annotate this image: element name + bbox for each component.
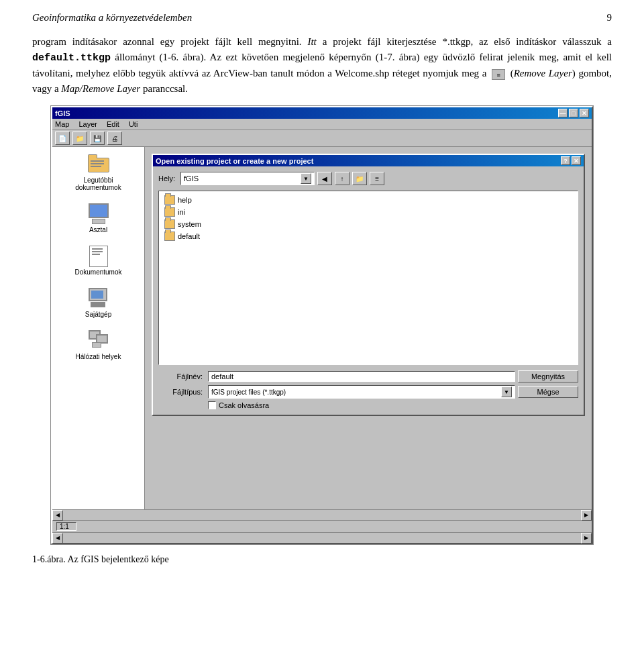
location-label: Hely: (158, 174, 175, 183)
scroll-left-btn[interactable]: ◀ (52, 510, 63, 521)
location-value: fGIS (184, 174, 199, 183)
scroll-bottom-left[interactable]: ◀ (52, 533, 63, 544)
fgis-minimize-btn[interactable]: — (558, 109, 568, 117)
documents-icon (87, 244, 111, 268)
readonly-label: Csak olvasásra (219, 401, 269, 409)
dialog-body: Hely: fGIS ▼ ◀ ↑ 📁 ≡ (153, 166, 584, 415)
desktop-icon (87, 202, 111, 226)
scroll-right-btn[interactable]: ▶ (581, 510, 592, 521)
folder-icon-system (164, 219, 175, 229)
dialog-toolbar: Hely: fGIS ▼ ◀ ↑ 📁 ≡ (158, 172, 578, 185)
body-paragraph: program indításakor azonnal egy projekt … (32, 34, 612, 96)
dialog-title: Open existing project or create a new pr… (156, 157, 313, 165)
file-item-help[interactable]: help (162, 194, 575, 206)
fgis-menubar: Map Layer Edit Uti (52, 119, 592, 130)
itt-text: Itt (307, 36, 316, 47)
file-name-ini: ini (178, 208, 185, 216)
remove-layer-icon: ≡ (492, 69, 505, 80)
dialog-titlebar: Open existing project or create a new pr… (153, 155, 584, 166)
fgis-title-buttons: — □ ✕ (558, 109, 589, 117)
cancel-button[interactable]: Mégse (518, 386, 578, 398)
folder-icon-ini (164, 207, 175, 217)
file-item-default[interactable]: default (162, 230, 575, 242)
header-title: Geoinformatika a környezetvédelemben (32, 12, 192, 23)
fgis-titlebar: fGIS — □ ✕ (52, 107, 592, 119)
file-item-system[interactable]: system (162, 218, 575, 230)
file-name-system: system (178, 220, 201, 228)
file-name-help: help (178, 196, 192, 204)
folder-icon-default (164, 232, 175, 241)
filename-input-wrapper: default (208, 371, 515, 382)
dialog-view-toggle[interactable]: ≡ (370, 172, 384, 185)
location-combo-btn[interactable]: ▼ (301, 173, 311, 184)
left-panel-documents[interactable]: Dokumentumok (52, 239, 144, 281)
dialog-file-area: help ini system (158, 191, 578, 365)
left-panel-documents-label: Dokumentumok (74, 268, 121, 276)
left-panel-desktop-label: Asztal (89, 226, 107, 234)
file-name-default: default (178, 232, 200, 240)
bottom-scrollbar[interactable]: ◀ ▶ (52, 532, 592, 543)
filename-label: Fájlnév: (158, 372, 205, 380)
dialog-nav-back[interactable]: ◀ (317, 172, 332, 185)
dialog-nav-up[interactable]: ↑ (335, 172, 350, 185)
fgis-toolbar: 📄 📁 💾 🖨 (52, 130, 592, 147)
toolbar-btn-4[interactable]: 🖨 (107, 132, 122, 145)
open-button[interactable]: Megnyitás (518, 370, 578, 382)
dialog-close-btn[interactable]: ✕ (572, 156, 581, 165)
horizontal-scrollbar[interactable]: ◀ ▶ (52, 509, 592, 520)
filename-value: default (211, 372, 233, 380)
fgis-window: fGIS — □ ✕ Map Layer Edit Uti 📄 📁 💾 🖨 (51, 106, 593, 544)
filetype-row: Fájltípus: fGIS project files (*.ttkgp) … (158, 385, 578, 399)
filetype-combo[interactable]: fGIS project files (*.ttkgp) ▼ (208, 385, 515, 399)
network-icon (87, 329, 111, 353)
filetype-combo-btn[interactable]: ▼ (501, 387, 512, 397)
screenshot-area: fGIS — □ ✕ Map Layer Edit Uti 📄 📁 💾 🖨 (50, 105, 594, 545)
fgis-main-area: Open existing project or create a new pr… (145, 147, 592, 509)
mono-default: default.ttkgp (32, 52, 111, 64)
menu-map[interactable]: Map (55, 120, 69, 128)
menu-uti[interactable]: Uti (129, 120, 138, 128)
page-header: Geoinformatika a környezetvédelemben 9 (32, 12, 612, 23)
left-panel-network-label: Hálózati helyek (76, 353, 121, 360)
left-panel-computer[interactable]: Sajátgép (52, 281, 144, 323)
file-item-ini[interactable]: ini (162, 206, 575, 218)
fgis-title: fGIS (55, 109, 70, 117)
para-text-1: program indításakor azonnal egy projekt … (32, 36, 612, 94)
left-panel-recent[interactable]: Legutóbbidokumentumok (52, 147, 144, 197)
filetype-value: fGIS project files (*.ttkgp) (211, 389, 286, 396)
dialog-help-btn[interactable]: ? (561, 156, 570, 165)
dialog-title-buttons: ? ✕ (561, 156, 581, 165)
computer-icon (87, 287, 111, 311)
filename-row: Fájlnév: default Megnyitás (158, 370, 578, 382)
status-scale: 1:1 (56, 522, 76, 531)
fgis-maximize-btn[interactable]: □ (569, 109, 578, 117)
filetype-label: Fájltípus: (158, 388, 205, 396)
left-panel-recent-label: Legutóbbidokumentumok (75, 176, 121, 191)
menu-edit[interactable]: Edit (107, 120, 119, 128)
toolbar-btn-1[interactable]: 📄 (55, 132, 70, 145)
header-page-number: 9 (607, 12, 612, 23)
readonly-wrapper: Csak olvasásra (208, 401, 269, 409)
fgis-statusbar: 1:1 (52, 520, 592, 532)
left-panel-desktop[interactable]: Asztal (52, 197, 144, 239)
left-panel-network[interactable]: Hálózati helyek (52, 323, 144, 366)
dialog-new-folder[interactable]: 📁 (352, 172, 367, 185)
caption-text: 1-6.ábra. Az fGIS bejelentkező képe (32, 554, 169, 564)
menu-layer[interactable]: Layer (78, 120, 97, 128)
fgis-left-panel: Legutóbbidokumentumok Asztal (52, 147, 145, 509)
filename-input[interactable]: default (208, 371, 515, 382)
left-panel-computer-label: Sajátgép (85, 311, 111, 318)
filetype-combo-wrapper: fGIS project files (*.ttkgp) ▼ (208, 385, 515, 399)
fgis-close-btn[interactable]: ✕ (580, 109, 589, 117)
scroll-bottom-right[interactable]: ▶ (581, 533, 592, 544)
readonly-row: Csak olvasásra (158, 401, 578, 409)
location-combo[interactable]: fGIS ▼ (180, 172, 315, 185)
recent-icon (87, 152, 111, 176)
folder-icon-help (164, 195, 175, 205)
figure-caption: 1-6.ábra. Az fGIS bejelentkező képe (32, 554, 612, 565)
toolbar-btn-2[interactable]: 📁 (72, 132, 87, 145)
open-dialog: Open existing project or create a new pr… (152, 154, 585, 416)
fgis-body: Legutóbbidokumentumok Asztal (52, 147, 592, 509)
readonly-checkbox[interactable] (208, 401, 216, 409)
toolbar-btn-3[interactable]: 💾 (90, 132, 105, 145)
